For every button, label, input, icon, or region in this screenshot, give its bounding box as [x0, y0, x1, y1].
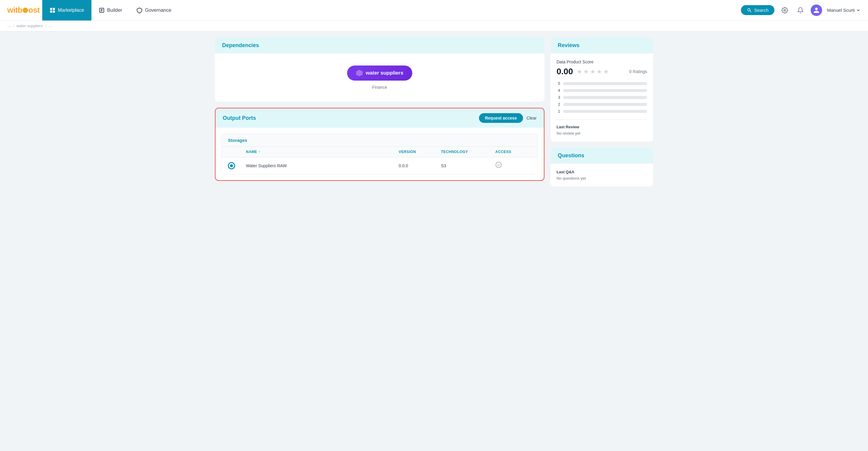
request-access-button[interactable]: Request access [479, 113, 523, 123]
rating-row-5: 5 [557, 81, 647, 86]
svg-rect-1 [53, 8, 55, 10]
output-ports-header: Output Ports Request access Clear [216, 109, 544, 128]
reviews-card: Reviews Data Product Score 0.00 ★ ★ ★ ★ … [551, 37, 653, 142]
row-technology: S3 [441, 163, 495, 168]
nav-right: Search Manuel Scurti [741, 4, 861, 16]
questions-title: Questions [558, 152, 584, 158]
rating-row-1: 1 [557, 109, 647, 114]
search-label: Search [754, 7, 769, 13]
ratings-count: 0 Ratings [629, 69, 647, 74]
left-panel: Dependencies water suppliers Finance Out… [215, 37, 545, 186]
questions-card: Questions Last Q&A No questions yet [551, 148, 653, 186]
star-3: ★ [590, 68, 595, 75]
logo-text: witbost [7, 5, 40, 15]
svg-rect-0 [50, 8, 52, 10]
score-row: 0.00 ★ ★ ★ ★ ★ 0 Ratings [557, 67, 647, 77]
main-content: Dependencies water suppliers Finance Out… [208, 31, 660, 192]
last-qa-label: Last Q&A [557, 170, 647, 174]
rating-num-4: 4 [557, 88, 560, 93]
dependency-node-label: water suppliers [366, 70, 404, 76]
reviews-body: Data Product Score 0.00 ★ ★ ★ ★ ★ 0 Rati… [551, 54, 653, 142]
navbar: witbost Marketplace Builder Governance S… [0, 0, 868, 21]
bell-icon [797, 7, 804, 13]
builder-icon [99, 7, 105, 13]
dependency-node[interactable]: water suppliers [347, 65, 412, 81]
rating-num-2: 2 [557, 102, 560, 107]
rating-bar-2 [563, 103, 647, 106]
no-review-text: No review yet [557, 131, 647, 136]
reviews-title: Reviews [558, 42, 580, 48]
dependency-sublabel: Finance [372, 85, 387, 90]
storages-table: Storages NAME ↑ VERSION TECHNOLOGY ACCES… [221, 134, 538, 174]
nav-items: Marketplace Builder Governance [42, 0, 179, 20]
marketplace-icon [50, 7, 56, 13]
nav-item-governance[interactable]: Governance [129, 0, 178, 21]
questions-header: Questions [551, 148, 653, 163]
right-panel: Reviews Data Product Score 0.00 ★ ★ ★ ★ … [551, 37, 653, 186]
row-radio[interactable] [228, 162, 235, 169]
rating-row-4: 4 [557, 88, 647, 93]
search-icon [747, 8, 752, 13]
dependencies-card: Dependencies water suppliers Finance [215, 37, 545, 102]
rating-num-1: 1 [557, 109, 560, 114]
gear-icon [781, 7, 788, 13]
star-2: ★ [583, 68, 589, 75]
col-name: NAME ↑ [246, 150, 399, 154]
rating-bar-3 [563, 96, 647, 99]
questions-body: Last Q&A No questions yet [551, 163, 653, 186]
header-actions: Request access Clear [479, 113, 537, 123]
output-ports-title: Output Ports [223, 115, 256, 121]
radio-inner [230, 164, 233, 167]
col-technology: TECHNOLOGY [441, 150, 495, 154]
stars: ★ ★ ★ ★ ★ [577, 68, 609, 75]
rating-num-5: 5 [557, 81, 560, 86]
table-row: Water Suppliers RAW 0.0.0 S3 [222, 157, 537, 174]
clear-button[interactable]: Clear [527, 116, 537, 120]
avatar[interactable] [811, 4, 822, 16]
storages-header: Storages [222, 134, 537, 147]
dependencies-title: Dependencies [222, 42, 259, 48]
logo[interactable]: witbost [7, 5, 40, 15]
search-button[interactable]: Search [741, 5, 775, 15]
table-columns: NAME ↑ VERSION TECHNOLOGY ACCESS [222, 147, 537, 157]
rating-row-3: 3 [557, 95, 647, 100]
last-review-section: Last Review No review yet [557, 120, 647, 136]
star-1: ★ [577, 68, 582, 75]
rating-bar-4 [563, 89, 647, 92]
chevron-down-icon [856, 8, 861, 13]
nav-item-marketplace[interactable]: Marketplace [42, 0, 91, 21]
governance-icon [136, 7, 143, 13]
rating-bar-5 [563, 82, 647, 85]
dependencies-body: water suppliers Finance [215, 54, 545, 102]
breadcrumb: ... / water suppliers / ... [0, 21, 868, 31]
nav-governance-label: Governance [145, 7, 171, 13]
user-name[interactable]: Manuel Scurti [827, 7, 861, 13]
nav-builder-label: Builder [107, 7, 122, 13]
score-number: 0.00 [557, 67, 573, 77]
row-access-check [495, 161, 531, 170]
row-version: 0.0.0 [399, 163, 441, 168]
reviews-header: Reviews [551, 37, 653, 54]
score-label: Data Product Score [557, 59, 647, 64]
rating-row-2: 2 [557, 102, 647, 107]
rating-num-3: 3 [557, 95, 560, 100]
col-version: VERSION [399, 150, 441, 154]
star-5: ★ [603, 68, 609, 75]
notifications-button[interactable] [795, 5, 806, 16]
output-ports-body: Storages NAME ↑ VERSION TECHNOLOGY ACCES… [216, 128, 544, 180]
svg-rect-3 [53, 10, 55, 13]
svg-rect-2 [50, 10, 52, 13]
star-4: ★ [597, 68, 602, 75]
no-questions-text: No questions yet [557, 176, 647, 181]
hex-icon [356, 70, 363, 77]
row-name: Water Suppliers RAW [246, 163, 399, 168]
col-access: ACCESS [495, 150, 531, 154]
nav-marketplace-label: Marketplace [58, 7, 84, 13]
rating-bar-1 [563, 110, 647, 113]
nav-item-builder[interactable]: Builder [91, 0, 129, 21]
dependencies-header: Dependencies [215, 37, 545, 54]
output-ports-card: Output Ports Request access Clear Storag… [215, 108, 545, 181]
rating-bars: 5 4 3 2 1 [557, 81, 647, 114]
last-review-label: Last Review [557, 125, 647, 129]
settings-button[interactable] [779, 5, 790, 16]
